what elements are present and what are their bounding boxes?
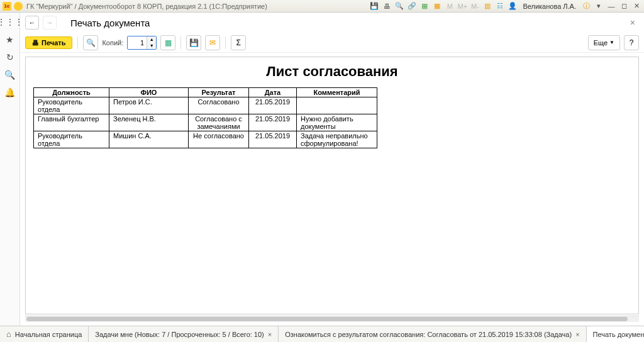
help-button[interactable]: ? [624,35,639,50]
copies-input[interactable] [128,36,147,49]
logo-1c-icon: 1c [3,2,11,11]
col-name: ФИО [109,88,189,97]
dropdown-icon[interactable] [14,2,23,11]
menu-icon[interactable]: ⋮⋮⋮ [4,16,16,28]
horizontal-scrollbar[interactable] [25,316,639,322]
tab-close-icon[interactable]: × [575,331,579,338]
m-plus-icon[interactable]: M+ [457,1,467,11]
calc-icon[interactable]: ▦ [419,1,430,11]
copies-stepper[interactable]: ▲ ▼ [127,36,157,50]
col-position: Должность [34,88,109,97]
bell-icon[interactable]: 🔔 [4,87,16,98]
back-button[interactable]: ← [25,16,39,30]
doc-title: Лист согласования [26,63,638,80]
print-button[interactable]: 🖶 Печать [25,36,72,49]
forward-button[interactable]: → [43,16,57,30]
search-icon[interactable]: 🔍 [4,69,16,80]
copies-label: Копий: [102,39,123,47]
page-title: Печать документа [70,18,150,28]
table-header-row: Должность ФИО Результат Дата Комментарий [34,88,377,97]
col-date: Дата [249,88,297,97]
window-title: ГК "Меркурий" / Документооборот 8 КОРП, … [26,3,369,10]
m-minus-icon[interactable]: M- [470,1,480,11]
info-icon[interactable]: ⓘ [581,1,591,11]
page-close-icon[interactable]: × [630,18,639,28]
preview-button[interactable]: 🔍 [83,35,98,50]
table-row: Руководитель отдела Мишин С.А. Не соглас… [34,131,377,148]
sheet-button[interactable]: ▦ [160,35,175,50]
page-header: ← → Печать документа × [20,13,644,33]
toolbar: 🖶 Печать 🔍 Копий: ▲ ▼ ▦ 💾 ✉ Σ Еще [20,33,644,53]
scrollbar-thumb[interactable] [26,317,628,321]
mail-button[interactable]: ✉ [205,35,220,50]
preview-icon[interactable]: 🔍 [394,1,404,11]
grid-icon[interactable]: ▥ [482,1,492,11]
printer-icon: 🖶 [32,39,39,47]
tab-tasks-label: Задачи мне (Новых: 7 / Просроченных: 5 /… [95,331,264,338]
m-icon[interactable]: M [445,1,455,11]
star-icon[interactable]: ★ [4,34,16,45]
close-icon[interactable]: ✕ [631,1,641,11]
minimize-icon[interactable]: — [606,1,616,11]
home-icon: ⌂ [6,329,11,339]
titlebar: 1c ГК "Меркурий" / Документооборот 8 КОР… [0,0,644,13]
tab-print-doc[interactable]: Печать документа × [587,326,644,342]
col-result: Результат [189,88,249,97]
tab-print-label: Печать документа [593,331,644,338]
user-name: Великанова Л.А. [523,3,576,10]
document-frame[interactable]: Лист согласования Должность ФИО Результа… [25,57,639,314]
list-icon[interactable]: ☷ [495,1,505,11]
sidebar: ⋮⋮⋮ ★ ↻ 🔍 🔔 [0,13,20,326]
maximize-icon[interactable]: ◻ [619,1,629,11]
document-area: Лист согласования Должность ФИО Результа… [20,53,644,326]
copies-down-icon[interactable]: ▼ [147,43,156,49]
sum-button[interactable]: Σ [231,35,246,50]
tab-review[interactable]: Ознакомиться с результатом согласования:… [279,326,586,342]
history-icon[interactable]: ↻ [4,52,16,63]
calendar-icon[interactable]: ▦ [432,1,442,11]
save-button[interactable]: 💾 [186,35,201,50]
save-icon[interactable]: 💾 [369,1,379,11]
print-label: Печать [42,39,65,47]
tab-home[interactable]: ⌂ Начальная страница [0,326,89,342]
copies-up-icon[interactable]: ▲ [147,36,156,43]
print-icon[interactable]: 🖶 [382,1,392,11]
tab-review-label: Ознакомиться с результатом согласования:… [285,331,572,338]
tab-tasks[interactable]: Задачи мне (Новых: 7 / Просроченных: 5 /… [89,326,279,342]
col-comment: Комментарий [297,88,377,97]
options-icon[interactable]: ▾ [594,1,604,11]
tab-close-icon[interactable]: × [268,331,272,338]
more-button[interactable]: Еще ▼ [588,35,620,50]
table-row: Руководитель отдела Петров И.С. Согласов… [34,97,377,114]
approval-table: Должность ФИО Результат Дата Комментарий… [33,87,377,148]
table-row: Главный бухгалтер Зеленец Н.В. Согласова… [34,114,377,131]
more-label: Еще [594,39,608,47]
titlebar-tools: 💾 🖶 🔍 🔗 ▦ ▦ M M+ M- ▥ ☷ 👤 Великанова Л.А… [369,1,641,11]
user-icon: 👤 [508,1,518,11]
tab-home-label: Начальная страница [15,331,82,338]
link-icon[interactable]: 🔗 [407,1,417,11]
bottom-tabs: ⌂ Начальная страница Задачи мне (Новых: … [0,326,644,342]
chevron-down-icon: ▼ [609,40,614,45]
